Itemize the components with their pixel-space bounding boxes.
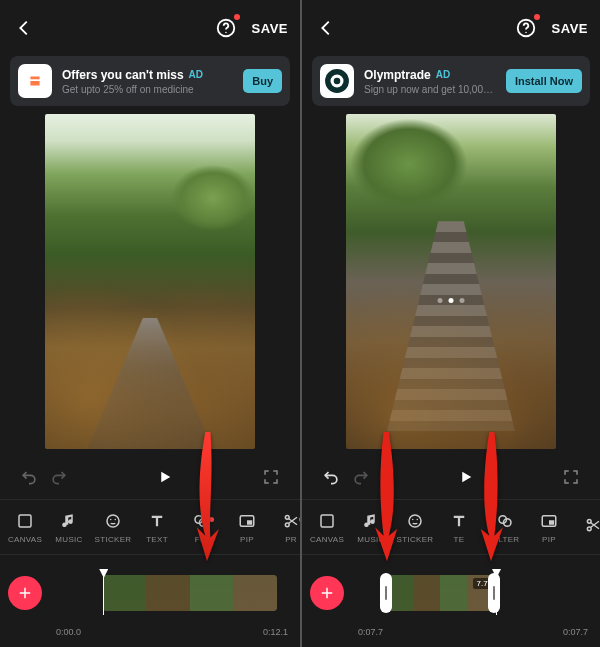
tool-text[interactable]: TE — [438, 511, 480, 544]
video-preview[interactable] — [346, 114, 556, 449]
ad-subtitle: Get upto 25% off on medicine — [62, 84, 233, 95]
tool-sticker[interactable]: STICKER — [92, 511, 134, 544]
timeline[interactable]: 7.7 — [302, 555, 600, 627]
time-right: 0:12.1 — [263, 627, 288, 637]
time-left: 0:07.7 — [358, 627, 383, 637]
trim-handle-right[interactable] — [488, 573, 500, 613]
help-icon[interactable] — [514, 16, 538, 40]
tool-filter[interactable]: FILTER — [484, 511, 526, 544]
ad-cta-button[interactable]: Buy — [243, 69, 282, 93]
svg-rect-3 — [19, 515, 31, 527]
svg-point-21 — [417, 518, 419, 520]
notification-dot — [234, 14, 240, 20]
playback-bar — [302, 455, 600, 499]
ad-subtitle: Sign up now and get 10,000 in your demo … — [364, 84, 496, 95]
tool-canvas[interactable]: CANVAS — [306, 511, 348, 544]
tool-filter[interactable]: FIL — [180, 511, 222, 544]
text-icon — [147, 511, 167, 531]
topbar: SAVE — [302, 0, 600, 56]
timeline-track[interactable]: 7.7 — [352, 571, 592, 615]
notification-dot — [534, 14, 540, 20]
undo-icon[interactable] — [18, 466, 40, 488]
scissors-icon — [281, 511, 300, 531]
save-button[interactable]: SAVE — [252, 21, 288, 36]
redo-icon[interactable] — [350, 466, 372, 488]
play-icon[interactable] — [153, 465, 177, 489]
filter-icon — [191, 511, 211, 531]
tool-canvas[interactable]: CANVAS — [4, 511, 46, 544]
ad-banner[interactable]: Offers you can't miss AD Get upto 25% of… — [10, 56, 290, 106]
tool-row: CANVAS MUSIC STICKER TE FILTER PIP — [302, 499, 600, 555]
notification-dot — [209, 517, 214, 522]
tool-pip[interactable]: PIP — [528, 511, 570, 544]
video-preview[interactable] — [45, 114, 255, 449]
ad-cta-button[interactable]: Install Now — [506, 69, 582, 93]
tool-music[interactable]: MUSIC — [48, 511, 90, 544]
scissors-icon — [583, 515, 600, 535]
ad-title: Offers you can't miss — [62, 68, 184, 82]
preview-image — [346, 114, 556, 449]
canvas-icon — [15, 511, 35, 531]
tool-pip[interactable]: PIP — [226, 511, 268, 544]
music-icon — [361, 511, 381, 531]
text-icon — [449, 511, 469, 531]
ad-banner[interactable]: Olymptrade AD Sign up now and get 10,000… — [312, 56, 590, 106]
timeline-clip[interactable]: 7.7 — [386, 575, 494, 611]
undo-icon[interactable] — [320, 466, 342, 488]
playhead[interactable] — [103, 571, 104, 615]
add-clip-button[interactable] — [310, 576, 344, 610]
redo-icon[interactable] — [48, 466, 70, 488]
time-right: 0:07.7 — [563, 627, 588, 637]
canvas-icon — [317, 511, 337, 531]
svg-point-11 — [285, 515, 289, 519]
svg-rect-25 — [549, 520, 554, 525]
add-clip-button[interactable] — [8, 576, 42, 610]
playback-bar — [0, 455, 300, 499]
ad-title: Olymptrade — [364, 68, 431, 82]
editor-screen-left: SAVE Offers you can't miss AD Get upto 2… — [0, 0, 300, 647]
editor-screen-right: SAVE Olymptrade AD Sign up now and get 1… — [300, 0, 600, 647]
svg-point-26 — [587, 519, 591, 523]
svg-rect-18 — [321, 515, 333, 527]
svg-point-1 — [225, 32, 226, 33]
svg-point-14 — [525, 32, 526, 33]
trim-handle-left[interactable] — [380, 573, 392, 613]
fullscreen-icon[interactable] — [260, 466, 282, 488]
svg-point-20 — [412, 518, 414, 520]
timeline[interactable] — [0, 555, 300, 627]
tool-text[interactable]: TEXT — [136, 511, 178, 544]
play-icon[interactable] — [454, 465, 478, 489]
sticker-icon — [103, 511, 123, 531]
tool-precut[interactable]: PR — [270, 511, 300, 544]
svg-point-6 — [115, 518, 117, 520]
svg-point-4 — [107, 515, 119, 527]
back-icon[interactable] — [12, 16, 36, 40]
ad-badge: AD — [189, 69, 203, 80]
save-button[interactable]: SAVE — [552, 21, 588, 36]
fullscreen-icon[interactable] — [560, 466, 582, 488]
preview-image — [45, 114, 255, 449]
tool-sticker[interactable]: STICKER — [394, 511, 436, 544]
topbar: SAVE — [0, 0, 300, 56]
page-dots — [438, 298, 465, 303]
svg-point-5 — [110, 518, 112, 520]
ad-badge: AD — [436, 69, 450, 80]
pip-icon — [539, 511, 559, 531]
tool-row: CANVAS MUSIC STICKER TEXT FIL — [0, 499, 300, 555]
sticker-icon — [405, 511, 425, 531]
back-icon[interactable] — [314, 16, 338, 40]
svg-point-27 — [587, 527, 591, 531]
help-icon[interactable] — [214, 16, 238, 40]
tool-precut[interactable] — [572, 515, 600, 539]
timeline-track[interactable] — [50, 571, 292, 615]
pip-icon — [237, 511, 257, 531]
time-left: 0:00.0 — [56, 627, 81, 637]
tool-music[interactable]: MUSIC — [350, 511, 392, 544]
filter-icon — [495, 511, 515, 531]
playhead[interactable] — [496, 571, 497, 615]
svg-point-12 — [285, 522, 289, 526]
svg-rect-10 — [247, 520, 252, 525]
svg-point-19 — [409, 515, 421, 527]
ad-app-icon — [18, 64, 52, 98]
timeline-clip[interactable] — [103, 575, 277, 611]
